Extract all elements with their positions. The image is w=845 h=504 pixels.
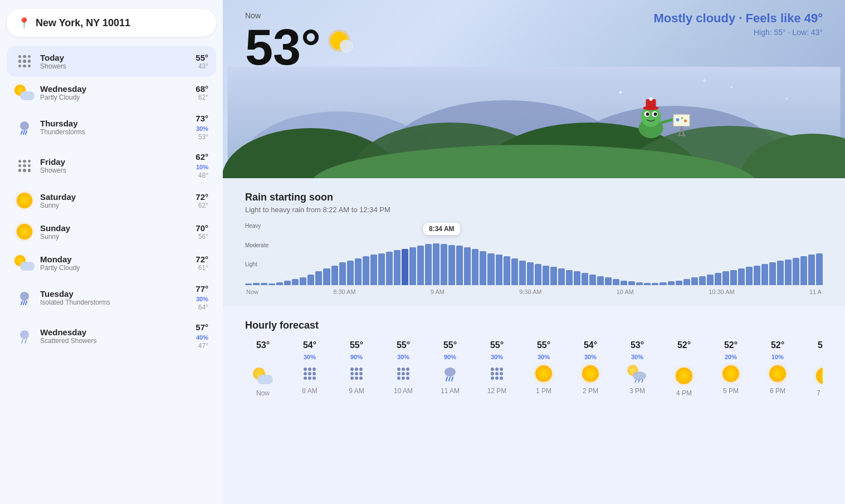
hourly-item: 55° 90% 11 AM bbox=[432, 340, 468, 397]
rain-subtitle: Light to heavy rain from 8:22 AM to 12:3… bbox=[245, 205, 823, 214]
rain-bar bbox=[652, 283, 658, 285]
hourly-time: 2 PM bbox=[583, 387, 598, 395]
current-temp-area: Now 53° bbox=[245, 11, 353, 72]
hourly-temp: 53° bbox=[256, 340, 270, 350]
svg-point-38 bbox=[676, 118, 680, 121]
temp-high: 72° bbox=[196, 255, 208, 264]
hourly-temp: 55° bbox=[397, 340, 410, 350]
rain-bar bbox=[292, 279, 299, 285]
svg-point-0 bbox=[20, 121, 29, 130]
hourly-item: 52° 20% 5 PM bbox=[713, 340, 749, 397]
svg-line-10 bbox=[25, 340, 26, 343]
rain-bar bbox=[589, 275, 596, 285]
day-weather-icon bbox=[14, 288, 35, 308]
location-text: New York, NY 10011 bbox=[36, 17, 130, 29]
rain-bar bbox=[816, 253, 823, 285]
svg-line-50 bbox=[635, 380, 636, 383]
hourly-item: 55° 30% 1 PM bbox=[526, 340, 561, 397]
rain-bar bbox=[527, 262, 534, 285]
svg-line-7 bbox=[26, 301, 27, 305]
rain-bar bbox=[511, 258, 518, 285]
temp-low: 62° bbox=[196, 94, 208, 101]
hourly-item: 53° 30% 3 PM bbox=[619, 340, 655, 397]
rain-bar bbox=[715, 273, 721, 285]
day-row[interactable]: Saturday Sunny 72° 62° bbox=[7, 185, 216, 216]
rain-bar bbox=[793, 258, 799, 285]
svg-text:✦: ✦ bbox=[618, 89, 623, 96]
day-weather-icon bbox=[14, 190, 35, 211]
svg-point-8 bbox=[20, 330, 29, 339]
hourly-title: Hourly forecast bbox=[245, 320, 823, 331]
rain-bar bbox=[761, 264, 768, 285]
precip-badge: 30% bbox=[196, 125, 208, 132]
day-row[interactable]: Monday Partly Cloudy 72° 61° bbox=[7, 247, 216, 278]
rain-bar bbox=[535, 264, 541, 285]
svg-point-28 bbox=[646, 112, 649, 116]
rain-bar bbox=[355, 258, 362, 285]
day-row[interactable]: Today Showers 55° 43° bbox=[7, 46, 216, 77]
day-condition: Showers bbox=[40, 62, 190, 70]
hourly-icon bbox=[814, 366, 823, 386]
day-info: Saturday Sunny bbox=[40, 192, 190, 209]
rain-bar bbox=[331, 266, 338, 285]
rain-bar bbox=[268, 283, 275, 285]
svg-point-13 bbox=[340, 40, 353, 53]
hourly-scroll: 53° Now 54° 30% 8 AM 55° 90% 9 AM 55° 30… bbox=[245, 340, 823, 397]
rain-bar bbox=[746, 267, 753, 285]
hourly-icon bbox=[346, 364, 367, 384]
day-name: Friday bbox=[40, 157, 190, 167]
svg-text:✦: ✦ bbox=[729, 84, 734, 90]
rain-bar bbox=[261, 283, 267, 285]
hourly-time: 10 AM bbox=[394, 387, 413, 395]
day-weather-icon bbox=[14, 118, 35, 138]
rain-bar bbox=[504, 256, 510, 285]
rain-bar bbox=[605, 277, 612, 285]
day-info: Sunday Sunny bbox=[40, 223, 190, 241]
svg-text:✦: ✦ bbox=[701, 76, 708, 85]
day-weather-icon bbox=[14, 326, 35, 346]
hourly-time: 6 PM bbox=[770, 387, 785, 395]
hourly-temp: 55° bbox=[350, 340, 363, 350]
hourly-item: 53° Now bbox=[245, 340, 281, 397]
rain-bar bbox=[628, 281, 635, 285]
hourly-item: 55° 90% 9 AM bbox=[339, 340, 374, 397]
rain-bar bbox=[496, 255, 502, 285]
location-bar[interactable]: 📍 New York, NY 10011 bbox=[7, 9, 216, 37]
rain-bar bbox=[574, 271, 580, 285]
day-weather-icon bbox=[14, 51, 35, 71]
hourly-icon bbox=[534, 364, 554, 384]
current-weather-section: Now 53° Mostly cloudy · Feels like 49° H… bbox=[223, 0, 845, 178]
rain-chart-container: Heavy Moderate Light 8:34 AM Now 8:30 AM… bbox=[245, 223, 823, 295]
svg-line-3 bbox=[26, 131, 27, 134]
temp-low: 64° bbox=[196, 304, 208, 311]
hourly-precip: 30% bbox=[304, 354, 316, 360]
day-row[interactable]: Wednesday Partly Cloudy 68° 62° bbox=[7, 77, 216, 108]
hourly-section: Hourly forecast 53° Now 54° 30% 8 AM 55°… bbox=[223, 306, 845, 410]
temp-low: 62° bbox=[196, 202, 208, 209]
day-row[interactable]: Thursday Thunderstorms 73° 30% 53° bbox=[7, 108, 216, 146]
rain-bar bbox=[276, 282, 283, 285]
day-row[interactable]: Tuesday Isolated Thunderstorms 77° 30% 6… bbox=[7, 278, 216, 317]
svg-point-40 bbox=[684, 120, 687, 123]
hourly-temp: 52° bbox=[677, 340, 691, 350]
day-condition: Sunny bbox=[40, 233, 190, 241]
day-row[interactable]: Friday Showers 62° 10% 48° bbox=[7, 146, 216, 185]
current-sun-icon bbox=[325, 27, 353, 55]
hourly-temp: 54° bbox=[584, 340, 597, 350]
hourly-time: 5 PM bbox=[723, 387, 739, 395]
day-condition: Showers bbox=[40, 167, 190, 174]
rain-bar bbox=[339, 262, 346, 285]
rain-bar bbox=[550, 267, 557, 285]
day-weather-icon bbox=[14, 156, 35, 176]
hourly-precip: 20% bbox=[725, 354, 737, 360]
rain-bar bbox=[417, 246, 424, 285]
rain-bar bbox=[777, 261, 784, 285]
day-condition: Thunderstorms bbox=[40, 128, 190, 136]
day-row[interactable]: Sunday Sunny 70° 56° bbox=[7, 216, 216, 247]
rain-bar bbox=[808, 255, 815, 285]
hourly-time: 11 AM bbox=[441, 387, 460, 395]
rain-bar bbox=[307, 275, 314, 285]
day-row[interactable]: Wednesday Scattered Showers 57° 40% 47° bbox=[7, 317, 216, 355]
rain-bar bbox=[668, 281, 675, 285]
day-info: Wednesday Scattered Showers bbox=[40, 327, 190, 345]
